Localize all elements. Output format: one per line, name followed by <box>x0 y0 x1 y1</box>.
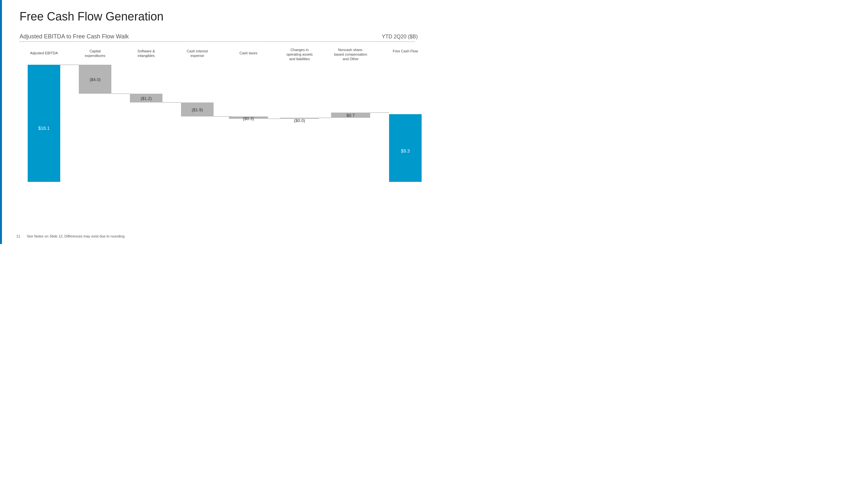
svg-text:($1.2): ($1.2) <box>141 96 152 101</box>
svg-text:$9.3: $9.3 <box>401 148 410 154</box>
section-subtitle: YTD 2Q20 ($B) <box>382 34 418 40</box>
bar-free-cash-flow <box>389 114 422 182</box>
svg-text:($0.3): ($0.3) <box>243 116 254 121</box>
svg-text:$16.1: $16.1 <box>38 126 50 131</box>
svg-text:Noncash share-: Noncash share- <box>338 48 363 52</box>
svg-text:Software &: Software & <box>137 49 155 53</box>
section-header: Adjusted EBITDA to Free Cash Flow Walk Y… <box>20 33 418 40</box>
blue-accent-bar <box>0 0 2 244</box>
section-title: Adjusted EBITDA to Free Cash Flow Walk <box>20 33 129 40</box>
svg-text:operating assets: operating assets <box>286 53 313 56</box>
footnote-number: 11 <box>16 234 20 238</box>
svg-text:based compensation: based compensation <box>334 53 367 56</box>
bar-adj-ebitda <box>28 65 60 182</box>
svg-text:Changes in: Changes in <box>290 48 309 52</box>
page-title: Free Cash Flow Generation <box>20 10 418 24</box>
svg-text:and liabilities: and liabilities <box>289 57 310 61</box>
svg-text:($0.0): ($0.0) <box>294 118 305 123</box>
svg-text:Free Cash Flow: Free Cash Flow <box>393 49 418 53</box>
svg-text:Adjusted EBITDA: Adjusted EBITDA <box>30 51 58 55</box>
footnote-area: 11 See Notes on Slide 12; Differences ma… <box>16 234 418 238</box>
svg-text:Capital: Capital <box>90 49 101 53</box>
svg-text:Cash taxes: Cash taxes <box>239 51 257 55</box>
footnote-text: See Notes on Slide 12; Differences may e… <box>27 234 124 238</box>
svg-text:Cash interest: Cash interest <box>187 49 208 53</box>
section-divider <box>20 41 414 42</box>
waterfall-chart: Adjusted EBITDA Capital expenditures Sof… <box>20 48 430 198</box>
chart-area: Adjusted EBITDA Capital expenditures Sof… <box>20 48 414 205</box>
page: Free Cash Flow Generation Adjusted EBITD… <box>0 0 434 244</box>
svg-text:expenditures: expenditures <box>85 54 105 58</box>
svg-text:($4.0): ($4.0) <box>90 77 101 82</box>
svg-text:expense: expense <box>190 54 204 58</box>
svg-text:and Other: and Other <box>343 57 359 61</box>
svg-text:($1.9): ($1.9) <box>192 107 203 112</box>
svg-text:$0.7: $0.7 <box>346 113 354 118</box>
svg-text:intangibles: intangibles <box>138 54 155 58</box>
